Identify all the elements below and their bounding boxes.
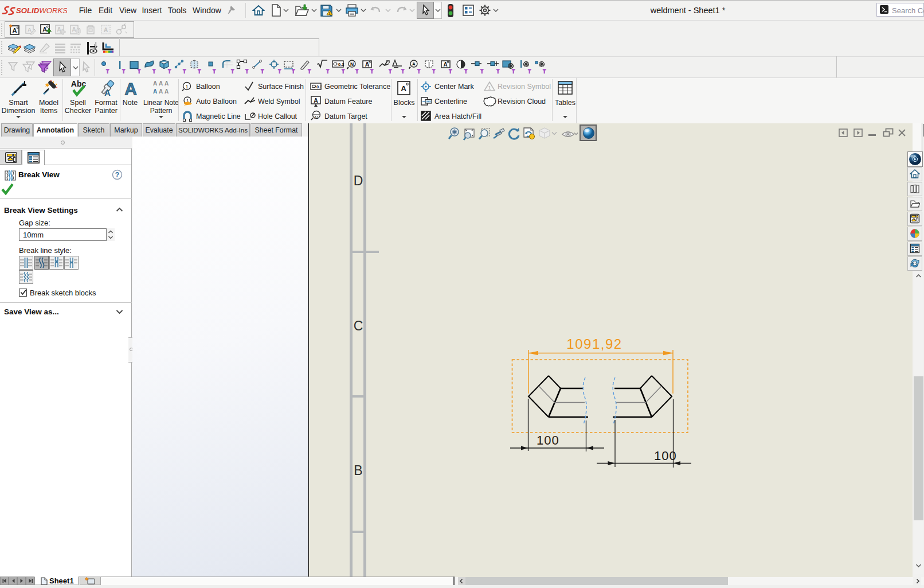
- svg-text:A: A: [104, 88, 111, 98]
- svg-text:A: A: [72, 26, 76, 33]
- svg-text:A: A: [443, 61, 447, 68]
- svg-text:A1: A1: [314, 115, 319, 119]
- svg-text:A: A: [28, 26, 32, 33]
- svg-text:1: 1: [488, 85, 491, 91]
- svg-text:!: !: [329, 11, 330, 15]
- svg-text:1091,92: 1091,92: [566, 336, 622, 352]
- svg-text:A: A: [124, 79, 137, 98]
- svg-text:A: A: [401, 84, 406, 93]
- svg-text:0.3: 0.3: [338, 62, 344, 67]
- svg-text:A: A: [159, 88, 163, 95]
- svg-text:A: A: [165, 80, 169, 87]
- svg-text:A: A: [314, 97, 318, 104]
- svg-text:A: A: [412, 61, 416, 67]
- svg-text:SOLIDWORKS: SOLIDWORKS: [16, 6, 67, 15]
- svg-text:A: A: [153, 80, 157, 87]
- svg-text:1: 1: [185, 84, 188, 89]
- svg-text:100: 100: [654, 449, 677, 463]
- svg-text:N: N: [350, 61, 354, 67]
- svg-text:?: ?: [115, 171, 119, 179]
- svg-text:A: A: [104, 26, 108, 33]
- svg-text:A: A: [165, 88, 169, 95]
- svg-text:A: A: [13, 27, 17, 34]
- svg-text:100: 100: [537, 433, 559, 447]
- svg-text:A: A: [153, 88, 157, 95]
- svg-text:A: A: [159, 80, 163, 87]
- svg-text:0.3: 0.3: [316, 84, 322, 89]
